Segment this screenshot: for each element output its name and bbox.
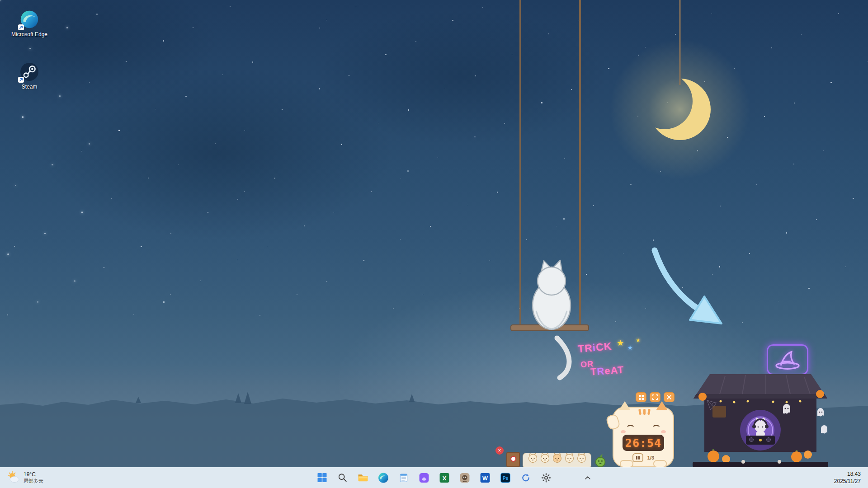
timer-pause-button[interactable] xyxy=(632,453,643,462)
weather-condition: 局部多云 xyxy=(24,478,43,484)
taskbar-icon-excel[interactable]: X xyxy=(435,469,453,487)
timer-display: 26:54 xyxy=(623,435,664,451)
star-icon: ★ xyxy=(627,344,633,351)
taskbar-icon-search[interactable] xyxy=(334,469,352,487)
steam-icon xyxy=(19,61,40,82)
desktop-icon-label: Steam xyxy=(22,84,38,90)
timer-progress: 1/3 xyxy=(647,455,654,460)
trick-text: TRiCK xyxy=(577,340,612,355)
tray-time: 18:43 xyxy=(847,470,861,478)
cat-eye xyxy=(653,425,660,430)
cat-ear-icon xyxy=(619,401,631,410)
svg-text:W: W xyxy=(482,475,488,481)
shortcut-arrow-icon xyxy=(18,77,24,83)
edge-icon xyxy=(19,9,40,30)
cat-ear-icon xyxy=(656,401,668,410)
desktop-icon-label: Microsoft Edge xyxy=(11,31,47,38)
cat-stripe xyxy=(638,409,642,415)
cat-stripe xyxy=(643,409,646,415)
cat-bar-cat[interactable] xyxy=(539,452,551,463)
desktop-icon-steam[interactable]: Steam xyxy=(8,61,51,90)
taskbar-weather-widget[interactable]: 19°C 局部多云 xyxy=(3,469,47,487)
desktop: Microsoft Edge Steam TRiCK ★ ★ ★ OR TReA… xyxy=(0,0,868,488)
cat-bar-cat[interactable] xyxy=(527,452,538,463)
plant-character[interactable] xyxy=(594,454,607,467)
cat-clock: 26:54 1/3 xyxy=(613,407,674,467)
taskbar-icon-notepad[interactable] xyxy=(395,469,413,487)
taskbar-icon-gray-app[interactable] xyxy=(456,469,474,487)
star-icon: ★ xyxy=(617,338,624,348)
taskbar-icon-settings[interactable] xyxy=(537,469,555,487)
cat-bar-sign xyxy=(506,452,520,467)
taskbar-icon-edge[interactable] xyxy=(374,469,392,487)
crescent-moon xyxy=(610,0,750,179)
cat-bar-shelf xyxy=(523,453,591,467)
cat-blush xyxy=(661,430,666,433)
taskbar-icon-word[interactable]: W xyxy=(476,469,494,487)
cat-blush xyxy=(621,430,626,433)
taskbar-icon-start[interactable] xyxy=(313,469,331,487)
taskbar: 19°C 局部多云 XWPs 18:43 2025/11/27 xyxy=(0,467,868,488)
desktop-icon-edge[interactable]: Microsoft Edge xyxy=(8,9,51,38)
weather-icon xyxy=(7,471,20,484)
tray-date: 2025/11/27 xyxy=(834,478,861,485)
timer-expand-button[interactable] xyxy=(650,392,660,402)
cat-foot xyxy=(620,460,633,468)
arrow-doodle xyxy=(655,250,722,324)
cat-bar-close-button[interactable]: × xyxy=(495,446,504,455)
timer-controls xyxy=(610,392,676,402)
taskbar-apps: XWPs xyxy=(313,469,555,487)
tray-overflow-chevron[interactable] xyxy=(581,471,594,484)
timer-close-button[interactable] xyxy=(664,392,675,402)
cat-stripe xyxy=(647,409,651,415)
taskbar-clock[interactable]: 18:43 2025/11/27 xyxy=(830,467,864,488)
timer-menu-button[interactable] xyxy=(636,392,646,402)
svg-text:Ps: Ps xyxy=(502,476,508,481)
taskbar-icon-purple-app[interactable] xyxy=(415,469,433,487)
svg-text:X: X xyxy=(442,474,446,481)
taskbar-icon-file-explorer[interactable] xyxy=(354,469,372,487)
pomodoro-timer-widget: 26:54 1/3 xyxy=(610,392,676,467)
cat-bar-cat[interactable] xyxy=(564,452,575,463)
cat-bar-widget: × xyxy=(495,446,607,467)
cat-bar-cat[interactable] xyxy=(552,452,563,463)
cat-eye xyxy=(627,425,634,430)
weather-temperature: 19°C xyxy=(24,471,43,478)
swing-cat xyxy=(511,0,589,378)
taskbar-icon-photoshop[interactable]: Ps xyxy=(496,469,514,487)
taskbar-icon-sync-app[interactable] xyxy=(517,469,535,487)
shortcut-arrow-icon xyxy=(18,24,24,30)
haunted-house xyxy=(689,362,832,468)
cat-foot xyxy=(653,460,667,468)
cat-bar-cat[interactable] xyxy=(576,452,587,463)
treat-text: TReAT xyxy=(590,364,624,378)
star-icon: ★ xyxy=(636,337,641,343)
